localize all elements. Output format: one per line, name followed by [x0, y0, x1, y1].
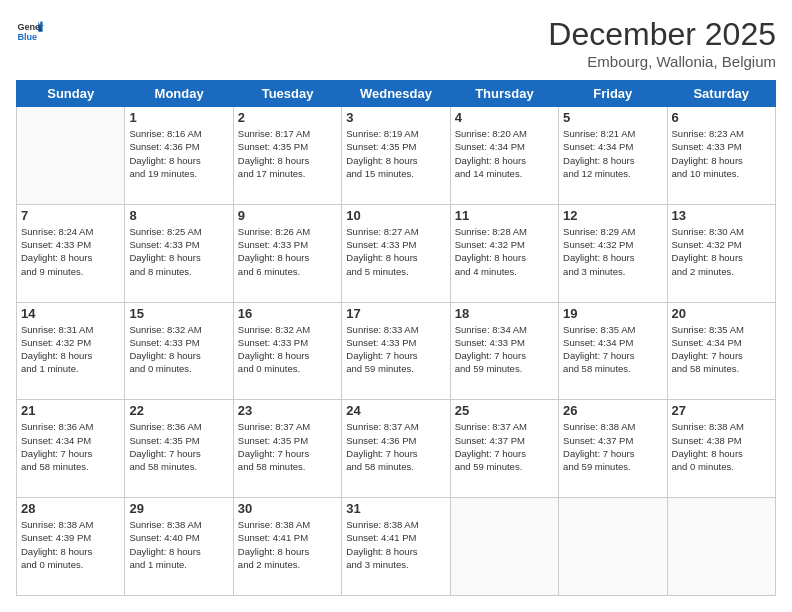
day-info: Sunrise: 8:32 AM Sunset: 4:33 PM Dayligh… — [129, 323, 228, 376]
calendar-cell: 1Sunrise: 8:16 AM Sunset: 4:36 PM Daylig… — [125, 107, 233, 205]
calendar-cell: 19Sunrise: 8:35 AM Sunset: 4:34 PM Dayli… — [559, 302, 667, 400]
day-number: 16 — [238, 306, 337, 321]
weekday-header: Wednesday — [342, 81, 450, 107]
day-number: 19 — [563, 306, 662, 321]
page: General Blue December 2025 Embourg, Wall… — [0, 0, 792, 612]
day-number: 2 — [238, 110, 337, 125]
calendar-cell: 9Sunrise: 8:26 AM Sunset: 4:33 PM Daylig… — [233, 204, 341, 302]
day-number: 12 — [563, 208, 662, 223]
day-number: 18 — [455, 306, 554, 321]
day-info: Sunrise: 8:30 AM Sunset: 4:32 PM Dayligh… — [672, 225, 771, 278]
day-number: 10 — [346, 208, 445, 223]
day-info: Sunrise: 8:28 AM Sunset: 4:32 PM Dayligh… — [455, 225, 554, 278]
day-info: Sunrise: 8:35 AM Sunset: 4:34 PM Dayligh… — [672, 323, 771, 376]
day-number: 31 — [346, 501, 445, 516]
calendar-cell: 28Sunrise: 8:38 AM Sunset: 4:39 PM Dayli… — [17, 498, 125, 596]
day-info: Sunrise: 8:37 AM Sunset: 4:37 PM Dayligh… — [455, 420, 554, 473]
day-info: Sunrise: 8:24 AM Sunset: 4:33 PM Dayligh… — [21, 225, 120, 278]
title-block: December 2025 Embourg, Wallonia, Belgium — [548, 16, 776, 70]
day-info: Sunrise: 8:20 AM Sunset: 4:34 PM Dayligh… — [455, 127, 554, 180]
day-info: Sunrise: 8:37 AM Sunset: 4:35 PM Dayligh… — [238, 420, 337, 473]
calendar-cell: 29Sunrise: 8:38 AM Sunset: 4:40 PM Dayli… — [125, 498, 233, 596]
calendar-cell: 26Sunrise: 8:38 AM Sunset: 4:37 PM Dayli… — [559, 400, 667, 498]
day-number: 23 — [238, 403, 337, 418]
weekday-header: Tuesday — [233, 81, 341, 107]
calendar-week-row: 7Sunrise: 8:24 AM Sunset: 4:33 PM Daylig… — [17, 204, 776, 302]
day-info: Sunrise: 8:35 AM Sunset: 4:34 PM Dayligh… — [563, 323, 662, 376]
calendar-cell: 22Sunrise: 8:36 AM Sunset: 4:35 PM Dayli… — [125, 400, 233, 498]
calendar-cell: 13Sunrise: 8:30 AM Sunset: 4:32 PM Dayli… — [667, 204, 775, 302]
day-number: 15 — [129, 306, 228, 321]
calendar-cell: 18Sunrise: 8:34 AM Sunset: 4:33 PM Dayli… — [450, 302, 558, 400]
day-info: Sunrise: 8:32 AM Sunset: 4:33 PM Dayligh… — [238, 323, 337, 376]
day-number: 14 — [21, 306, 120, 321]
calendar-cell — [17, 107, 125, 205]
day-info: Sunrise: 8:38 AM Sunset: 4:37 PM Dayligh… — [563, 420, 662, 473]
calendar-cell: 3Sunrise: 8:19 AM Sunset: 4:35 PM Daylig… — [342, 107, 450, 205]
day-number: 20 — [672, 306, 771, 321]
calendar-cell: 4Sunrise: 8:20 AM Sunset: 4:34 PM Daylig… — [450, 107, 558, 205]
day-number: 21 — [21, 403, 120, 418]
day-number: 5 — [563, 110, 662, 125]
weekday-header: Saturday — [667, 81, 775, 107]
calendar-week-row: 1Sunrise: 8:16 AM Sunset: 4:36 PM Daylig… — [17, 107, 776, 205]
day-info: Sunrise: 8:38 AM Sunset: 4:41 PM Dayligh… — [346, 518, 445, 571]
calendar-cell: 17Sunrise: 8:33 AM Sunset: 4:33 PM Dayli… — [342, 302, 450, 400]
location: Embourg, Wallonia, Belgium — [548, 53, 776, 70]
day-info: Sunrise: 8:23 AM Sunset: 4:33 PM Dayligh… — [672, 127, 771, 180]
day-number: 6 — [672, 110, 771, 125]
logo: General Blue — [16, 16, 44, 44]
header: General Blue December 2025 Embourg, Wall… — [16, 16, 776, 70]
day-info: Sunrise: 8:34 AM Sunset: 4:33 PM Dayligh… — [455, 323, 554, 376]
weekday-header: Sunday — [17, 81, 125, 107]
day-number: 29 — [129, 501, 228, 516]
day-info: Sunrise: 8:21 AM Sunset: 4:34 PM Dayligh… — [563, 127, 662, 180]
calendar-cell: 20Sunrise: 8:35 AM Sunset: 4:34 PM Dayli… — [667, 302, 775, 400]
calendar-cell: 2Sunrise: 8:17 AM Sunset: 4:35 PM Daylig… — [233, 107, 341, 205]
day-number: 11 — [455, 208, 554, 223]
day-number: 7 — [21, 208, 120, 223]
calendar-week-row: 21Sunrise: 8:36 AM Sunset: 4:34 PM Dayli… — [17, 400, 776, 498]
day-number: 30 — [238, 501, 337, 516]
calendar-cell: 16Sunrise: 8:32 AM Sunset: 4:33 PM Dayli… — [233, 302, 341, 400]
calendar-cell: 5Sunrise: 8:21 AM Sunset: 4:34 PM Daylig… — [559, 107, 667, 205]
day-info: Sunrise: 8:25 AM Sunset: 4:33 PM Dayligh… — [129, 225, 228, 278]
day-info: Sunrise: 8:29 AM Sunset: 4:32 PM Dayligh… — [563, 225, 662, 278]
calendar-week-row: 14Sunrise: 8:31 AM Sunset: 4:32 PM Dayli… — [17, 302, 776, 400]
calendar-cell: 21Sunrise: 8:36 AM Sunset: 4:34 PM Dayli… — [17, 400, 125, 498]
calendar-cell: 14Sunrise: 8:31 AM Sunset: 4:32 PM Dayli… — [17, 302, 125, 400]
calendar-cell: 15Sunrise: 8:32 AM Sunset: 4:33 PM Dayli… — [125, 302, 233, 400]
day-info: Sunrise: 8:16 AM Sunset: 4:36 PM Dayligh… — [129, 127, 228, 180]
calendar-cell: 12Sunrise: 8:29 AM Sunset: 4:32 PM Dayli… — [559, 204, 667, 302]
calendar-cell: 24Sunrise: 8:37 AM Sunset: 4:36 PM Dayli… — [342, 400, 450, 498]
svg-text:Blue: Blue — [17, 32, 37, 42]
weekday-header: Monday — [125, 81, 233, 107]
day-number: 22 — [129, 403, 228, 418]
day-number: 27 — [672, 403, 771, 418]
calendar-cell — [667, 498, 775, 596]
day-info: Sunrise: 8:36 AM Sunset: 4:35 PM Dayligh… — [129, 420, 228, 473]
day-info: Sunrise: 8:26 AM Sunset: 4:33 PM Dayligh… — [238, 225, 337, 278]
day-info: Sunrise: 8:38 AM Sunset: 4:41 PM Dayligh… — [238, 518, 337, 571]
logo-icon: General Blue — [16, 16, 44, 44]
day-number: 28 — [21, 501, 120, 516]
day-info: Sunrise: 8:38 AM Sunset: 4:39 PM Dayligh… — [21, 518, 120, 571]
day-info: Sunrise: 8:36 AM Sunset: 4:34 PM Dayligh… — [21, 420, 120, 473]
calendar-table: SundayMondayTuesdayWednesdayThursdayFrid… — [16, 80, 776, 596]
day-info: Sunrise: 8:19 AM Sunset: 4:35 PM Dayligh… — [346, 127, 445, 180]
calendar-cell — [559, 498, 667, 596]
calendar-cell — [450, 498, 558, 596]
calendar-week-row: 28Sunrise: 8:38 AM Sunset: 4:39 PM Dayli… — [17, 498, 776, 596]
calendar-cell: 8Sunrise: 8:25 AM Sunset: 4:33 PM Daylig… — [125, 204, 233, 302]
day-info: Sunrise: 8:17 AM Sunset: 4:35 PM Dayligh… — [238, 127, 337, 180]
day-number: 3 — [346, 110, 445, 125]
day-info: Sunrise: 8:27 AM Sunset: 4:33 PM Dayligh… — [346, 225, 445, 278]
day-number: 4 — [455, 110, 554, 125]
weekday-header: Friday — [559, 81, 667, 107]
day-number: 26 — [563, 403, 662, 418]
calendar-cell: 6Sunrise: 8:23 AM Sunset: 4:33 PM Daylig… — [667, 107, 775, 205]
day-number: 17 — [346, 306, 445, 321]
day-number: 24 — [346, 403, 445, 418]
day-info: Sunrise: 8:31 AM Sunset: 4:32 PM Dayligh… — [21, 323, 120, 376]
calendar-cell: 23Sunrise: 8:37 AM Sunset: 4:35 PM Dayli… — [233, 400, 341, 498]
